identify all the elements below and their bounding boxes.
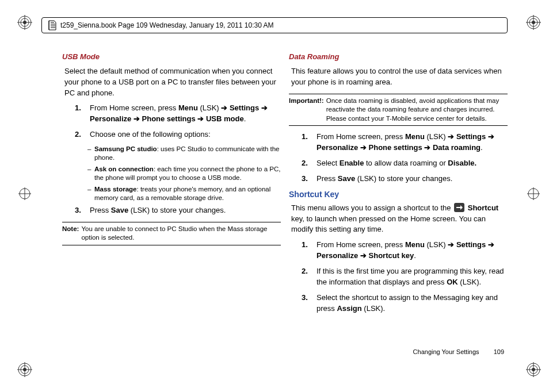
step-text: If this is the first time you are progra… [317,266,508,288]
left-column: USB Mode Select the default method of co… [62,52,281,358]
option-row: –Mass storage: treats your phone's memor… [87,185,281,203]
important-block: Important!:Once data roaming is disabled… [289,94,508,126]
list-number: 1. [75,103,84,125]
step-text: Press Save (LSK) to store your changes. [317,174,508,185]
data-roaming-heading: Data Roaming [289,52,508,63]
option-row: –Samsung PC studio: uses PC Studio to co… [87,145,281,163]
list-number: 3. [302,293,311,314]
draft-header-text: t259_Sienna.book Page 109 Wednesday, Jan… [60,21,274,29]
step-text: From Home screen, press Menu (LSK) ➔ Set… [317,132,508,153]
reg-mark-icon [526,15,541,30]
list-number: 3. [75,205,84,216]
step-text: Choose one of the following options: [90,129,281,140]
cross-mark-icon [527,187,540,200]
usb-intro: Select the default method of communicati… [64,66,281,99]
list-number: 2. [302,158,311,169]
draft-header: t259_Sienna.book Page 109 Wednesday, Jan… [41,17,508,33]
reg-mark-icon [17,15,32,30]
reg-mark-icon [17,362,32,377]
list-number: 1. [302,132,311,153]
book-icon [48,20,57,30]
shortcut-key-heading: Shortcut Key [289,189,508,200]
reg-mark-icon [526,362,541,377]
roaming-intro: This feature allows you to control the u… [291,66,508,88]
page-footer: Changing Your Settings 109 [413,348,504,355]
usb-mode-heading: USB Mode [62,52,281,63]
section-name: Changing Your Settings [413,348,479,355]
step-text: Select Enable to allow data roaming or D… [317,158,508,169]
shortcut-key-icon [454,203,464,212]
option-row: –Ask on connection: each time you connec… [87,165,281,183]
list-number: 2. [75,129,84,140]
list-number: 3. [302,174,311,185]
step-text: From Home screen, press Menu (LSK) ➔ Set… [90,103,281,125]
step-text: From Home screen, press Menu (LSK) ➔ Set… [317,240,508,262]
cross-mark-icon [18,187,31,200]
step-text: Press Save (LSK) to store your changes. [90,205,281,216]
right-column: Data Roaming This feature allows you to … [289,52,508,358]
list-number: 1. [302,240,311,262]
step-text: Select the shortcut to assign to the Mes… [317,293,508,314]
list-number: 2. [302,266,311,288]
note-block: Note:You are unable to connect to PC Stu… [62,222,281,245]
shortcut-intro: This menu allows you to assign a shortcu… [291,203,508,236]
page-number: 109 [494,348,504,355]
